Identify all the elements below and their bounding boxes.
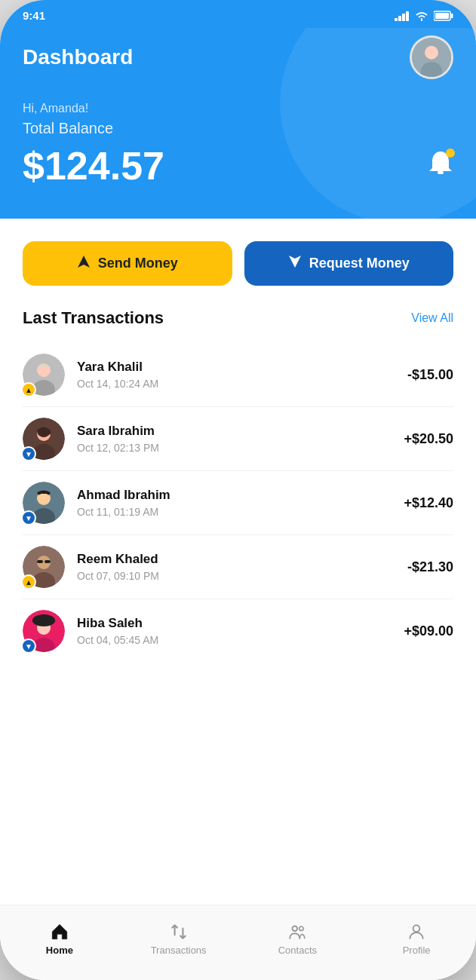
txn-date: Oct 04, 05:45 AM: [77, 634, 404, 646]
svg-marker-12: [78, 256, 90, 268]
notification-bell[interactable]: [428, 150, 453, 182]
balance-amount: $124.57: [23, 143, 164, 188]
txn-amount: -$21.30: [407, 559, 453, 575]
nav-home[interactable]: Home: [0, 914, 119, 963]
txn-amount: -$15.00: [407, 367, 453, 383]
header: Dashboard Hi, Amanda! Total Balance: [0, 28, 476, 219]
txn-avatar: ▼: [23, 418, 65, 460]
nav-profile[interactable]: Profile: [357, 914, 476, 963]
battery-icon: [434, 11, 453, 21]
txn-info: Reem Khaled Oct 07, 09:10 PM: [77, 552, 407, 582]
request-money-label: Request Money: [309, 256, 410, 271]
txn-name: Hiba Saleh: [77, 616, 404, 631]
profile-icon: [407, 922, 426, 942]
status-icons: [395, 11, 453, 21]
view-all-link[interactable]: View All: [411, 311, 453, 325]
svg-marker-13: [289, 256, 301, 268]
svg-rect-26: [37, 560, 43, 563]
txn-type-badge: ▼: [21, 639, 36, 654]
svg-point-34: [299, 926, 303, 930]
svg-point-35: [413, 925, 420, 932]
signal-icon: [395, 11, 410, 21]
svg-rect-11: [438, 171, 444, 174]
svg-rect-0: [395, 18, 398, 21]
nav-transactions[interactable]: Transactions: [119, 914, 238, 963]
nav-contacts[interactable]: Contacts: [238, 914, 358, 963]
svg-point-10: [425, 47, 438, 59]
svg-rect-32: [32, 620, 55, 623]
txn-amount: +$09.00: [404, 623, 453, 639]
notification-dot: [446, 149, 455, 158]
svg-rect-6: [435, 13, 449, 19]
txn-type-badge: ▼: [21, 510, 36, 525]
txn-avatar: ▼: [23, 482, 65, 524]
txn-amount: +$20.50: [404, 431, 453, 447]
txn-name: Sara Ibrahim: [77, 424, 404, 439]
txn-type-badge: ▲: [21, 382, 36, 397]
txn-date: Oct 11, 01:19 AM: [77, 506, 404, 518]
transactions-title: Last Transactions: [23, 308, 164, 328]
txn-avatar: ▲: [23, 354, 65, 396]
request-money-button[interactable]: Request Money: [244, 241, 454, 286]
send-icon: [77, 255, 91, 272]
wifi-icon: [414, 11, 429, 21]
txn-info: Ahmad Ibrahim Oct 11, 01:19 AM: [77, 488, 404, 518]
bottom-nav: Home Transactions Contacts: [0, 905, 476, 980]
svg-point-33: [293, 926, 298, 931]
svg-rect-3: [406, 11, 409, 21]
phone-frame: 9:41: [0, 0, 476, 980]
request-icon: [288, 255, 302, 272]
transaction-list: ▲ Yara Khalil Oct 14, 10:24 AM -$15.00 ▼…: [23, 343, 453, 663]
nav-contacts-label: Contacts: [278, 945, 317, 956]
send-money-button[interactable]: Send Money: [23, 241, 232, 286]
transaction-item[interactable]: ▲ Reem Khaled Oct 07, 09:10 PM -$21.30: [23, 535, 453, 599]
svg-rect-5: [451, 14, 453, 18]
status-time: 9:41: [23, 9, 45, 22]
nav-profile-label: Profile: [403, 945, 431, 956]
greeting-text: Hi, Amanda!: [23, 102, 453, 115]
contacts-icon: [287, 922, 307, 942]
txn-name: Reem Khaled: [77, 552, 407, 567]
txn-type-badge: ▼: [21, 446, 36, 461]
transaction-item[interactable]: ▼ Sara Ibrahim Oct 12, 02:13 PM +$20.50: [23, 407, 453, 471]
txn-info: Sara Ibrahim Oct 12, 02:13 PM: [77, 424, 404, 454]
txn-info: Hiba Saleh Oct 04, 05:45 AM: [77, 616, 404, 646]
nav-home-label: Home: [46, 945, 73, 956]
nav-transactions-label: Transactions: [151, 945, 207, 956]
txn-name: Yara Khalil: [77, 360, 407, 375]
svg-rect-2: [402, 14, 405, 21]
txn-date: Oct 12, 02:13 PM: [77, 442, 404, 454]
home-icon: [50, 922, 69, 942]
txn-avatar: ▲: [23, 546, 65, 588]
txn-type-badge: ▲: [21, 574, 36, 590]
svg-rect-1: [398, 16, 401, 21]
status-bar: 9:41: [0, 0, 476, 28]
txn-info: Yara Khalil Oct 14, 10:24 AM: [77, 360, 407, 390]
txn-date: Oct 07, 09:10 PM: [77, 570, 407, 582]
transactions-section: Last Transactions View All ▲ Yara Khalil…: [0, 301, 476, 670]
txn-avatar: ▼: [23, 610, 65, 652]
txn-date: Oct 14, 10:24 AM: [77, 378, 407, 390]
svg-rect-27: [45, 560, 51, 563]
page-title: Dashboard: [23, 45, 133, 69]
user-avatar[interactable]: [410, 35, 453, 79]
send-money-label: Send Money: [98, 256, 178, 271]
transaction-item[interactable]: ▲ Yara Khalil Oct 14, 10:24 AM -$15.00: [23, 343, 453, 407]
action-buttons: Send Money Request Money: [0, 219, 476, 301]
txn-amount: +$12.40: [404, 495, 453, 511]
transaction-item[interactable]: ▼ Ahmad Ibrahim Oct 11, 01:19 AM +$12.40: [23, 471, 453, 535]
transactions-icon: [169, 922, 189, 942]
txn-name: Ahmad Ibrahim: [77, 488, 404, 503]
balance-label: Total Balance: [23, 120, 453, 137]
transaction-item[interactable]: ▼ Hiba Saleh Oct 04, 05:45 AM +$09.00: [23, 599, 453, 663]
